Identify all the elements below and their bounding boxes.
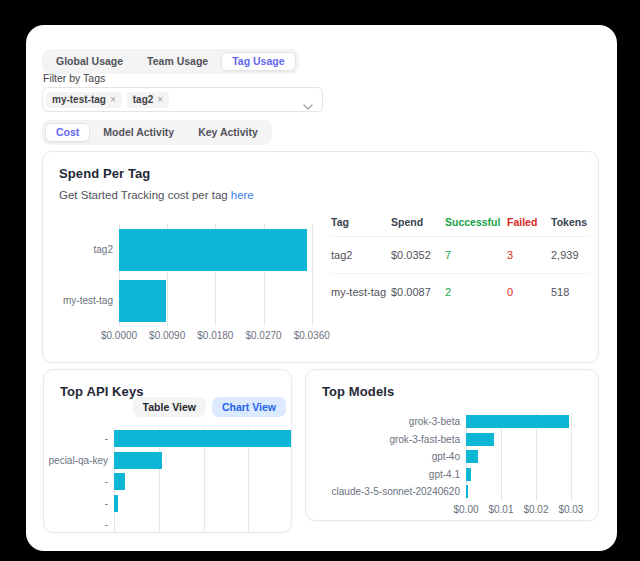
table-cell-tokens: 518 (551, 274, 589, 310)
remove-tag-icon[interactable]: × (110, 94, 116, 105)
tag-chip-label: tag2 (133, 94, 154, 105)
chart-category-label: gpt-4o (318, 448, 466, 466)
chart-view-button[interactable]: Chart View (212, 397, 286, 417)
view-tabs: CostModel ActivityKey Activity (42, 120, 272, 145)
chart-category-label: - (44, 493, 114, 515)
chart-category-label: - (44, 471, 114, 493)
chart-plot-area (114, 428, 292, 533)
top-api-keys-title: Top API Keys (60, 384, 144, 399)
table-cell-tag: my-test-tag (331, 274, 391, 310)
chart-category-label: grok-3-beta (318, 413, 466, 431)
table-header-successful: Successful (445, 212, 507, 237)
table-cell-successful: 7 (445, 237, 507, 274)
axis-tick-label: $0.0270 (245, 330, 281, 341)
spend-per-tag-table: TagSpendSuccessfulFailedTokenstag2$0.035… (331, 212, 584, 310)
usage-tabs: Global UsageTeam UsageTag Usage (42, 49, 299, 74)
table-cell-spend: $0.0352 (391, 237, 445, 274)
table-cell-tag: tag2 (331, 237, 391, 274)
gridline (312, 224, 313, 326)
top-models-title: Top Models (322, 384, 394, 399)
chart-category-label: claude-3-5-sonnet-20240620 (318, 483, 466, 501)
axis-tick-label: $0.0000 (101, 330, 137, 341)
table-cell-failed: 3 (507, 237, 551, 274)
tag-chip-my-test-tag: my-test-tag× (46, 92, 122, 108)
top-api-keys-card: Top API Keys Table ViewChart View -pecia… (43, 369, 292, 533)
chart-bar-claude-3-5-sonnet-20240620 (466, 485, 468, 498)
chart-bar-grok-3-fast-beta (466, 433, 494, 446)
chart-plot-area: $0.00$0.01$0.02$0.03 (466, 413, 594, 501)
table-header-tokens: Tokens (551, 212, 589, 237)
table-view-button[interactable]: Table View (133, 397, 206, 417)
tab-global-usage[interactable]: Global Usage (45, 52, 134, 71)
chart-bar-my-test-tag (119, 280, 166, 322)
top-models-card: Top Models grok-3-betagrok-3-fast-betagp… (305, 369, 599, 521)
chart-category-label: pecial-qa-key (44, 450, 114, 472)
spend-per-tag-chart: tag2my-test-tag$0.0000$0.0090$0.0180$0.0… (49, 224, 316, 346)
chart-category-label: tag2 (49, 224, 119, 275)
chart-category-label: - (44, 514, 114, 533)
axis-tick-label: $0.0090 (149, 330, 185, 341)
chart-bar-grok-3-beta (466, 415, 569, 428)
chart-bar-pecial-qa-key (114, 452, 162, 469)
table-cell-tokens: 2,939 (551, 237, 589, 274)
tab-key-activity[interactable]: Key Activity (187, 123, 269, 142)
table-header-spend: Spend (391, 212, 445, 237)
chevron-down-icon[interactable] (303, 96, 313, 114)
dashboard-window: Global UsageTeam UsageTag Usage Filter b… (26, 25, 617, 551)
tab-team-usage[interactable]: Team Usage (136, 52, 219, 71)
table-cell-successful: 2 (445, 274, 507, 310)
subtitle-text: Get Started Tracking cost per tag (59, 189, 228, 201)
tab-model-activity[interactable]: Model Activity (92, 123, 185, 142)
spend-per-tag-card: Spend Per Tag Get Started Tracking cost … (42, 151, 599, 363)
top-models-chart: grok-3-betagrok-3-fast-betagpt-4ogpt-4.1… (318, 413, 594, 521)
chart-category-label: grok-3-fast-beta (318, 431, 466, 449)
tab-cost[interactable]: Cost (45, 123, 90, 142)
chart-bar-gpt-4-1 (466, 468, 471, 481)
axis-tick-label: $0.00 (453, 504, 478, 515)
tag-filter-select[interactable]: my-test-tag×tag2× (42, 87, 323, 112)
filter-by-tags-label: Filter by Tags (43, 72, 105, 84)
remove-tag-icon[interactable]: × (157, 94, 163, 105)
spend-per-tag-title: Spend Per Tag (59, 166, 150, 181)
view-toggle-buttons: Table ViewChart View (133, 397, 286, 417)
table-cell-spend: $0.0087 (391, 274, 445, 310)
tag-chip-tag2: tag2× (127, 92, 169, 108)
gridline (571, 413, 572, 501)
chart-bar- (114, 430, 292, 447)
tag-chip-label: my-test-tag (52, 94, 106, 105)
table-header-tag: Tag (331, 212, 391, 237)
chart-bar- (114, 495, 118, 512)
axis-tick-label: $0.02 (523, 504, 548, 515)
table-cell-failed: 0 (507, 274, 551, 310)
chart-bar-tag2 (119, 229, 307, 271)
chart-category-label: my-test-tag (49, 275, 119, 326)
table-header-failed: Failed (507, 212, 551, 237)
chart-category-label: - (44, 428, 114, 450)
spend-per-tag-subtitle: Get Started Tracking cost per taghere (59, 189, 254, 201)
chart-plot-area: $0.0000$0.0090$0.0180$0.0270$0.0360 (119, 224, 316, 326)
axis-tick-label: $0.03 (558, 504, 583, 515)
chart-bar-gpt-4o (466, 450, 478, 463)
chart-bar- (114, 473, 125, 490)
tag-chip-list: my-test-tag×tag2× (46, 92, 169, 108)
here-link[interactable]: here (231, 189, 254, 201)
tab-tag-usage[interactable]: Tag Usage (221, 52, 295, 71)
top-api-keys-chart: -pecial-qa-key--- (44, 428, 292, 533)
axis-tick-label: $0.0180 (197, 330, 233, 341)
axis-tick-label: $0.0360 (294, 330, 330, 341)
axis-tick-label: $0.01 (488, 504, 513, 515)
chart-category-label: gpt-4.1 (318, 466, 466, 484)
